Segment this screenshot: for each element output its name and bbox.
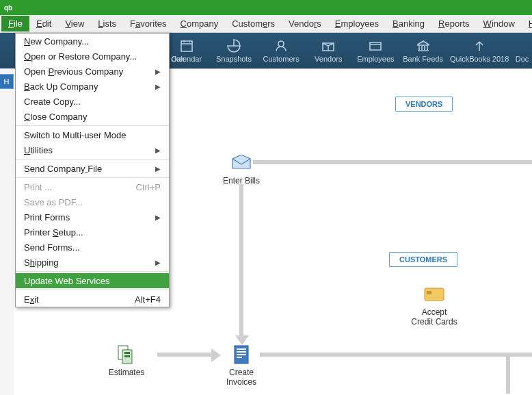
menu-item-label: Send Company File: [24, 164, 102, 174]
menu-company[interactable]: Company: [174, 16, 226, 31]
menu-employees[interactable]: Employees: [328, 16, 386, 31]
menu-item-label: Update Web Services: [24, 276, 110, 286]
toolbar-label: Snapshots: [210, 55, 257, 63]
file-menu-open-previous-company[interactable]: Open Previous Company▶: [16, 64, 169, 79]
menu-lists[interactable]: Lists: [91, 16, 123, 31]
file-menu-exit[interactable]: ExitAlt+F4: [16, 292, 169, 307]
file-menu-send-forms[interactable]: Send Forms...: [16, 240, 169, 255]
menu-item-label: Switch to Multi-user Mode: [24, 130, 127, 140]
submenu-arrow-icon: ▶: [155, 259, 161, 266]
file-menu-save-as-pdf: Save as PDF...: [16, 194, 169, 209]
svg-rect-5: [124, 355, 130, 357]
home-side-tab[interactable]: H: [0, 74, 14, 89]
node-estimates[interactable]: Estimates: [96, 343, 157, 377]
menu-item-label: Print Forms: [24, 212, 70, 222]
node-label: Invoices: [211, 377, 272, 387]
toolbar-label: Doc: [512, 55, 532, 63]
menu-item-label: Printer Setup...: [24, 227, 83, 238]
svg-rect-10: [237, 357, 242, 358]
file-menu-update-web-services[interactable]: Update Web Services: [16, 273, 169, 288]
toolbar-employees[interactable]: Employees: [352, 38, 399, 63]
file-menu-dropdown: New Company...Open or Restore Company...…: [15, 33, 170, 307]
toolbar-customers[interactable]: Customers: [258, 38, 305, 63]
flow-line: [260, 353, 532, 357]
menu-item-label: Exit: [24, 294, 39, 305]
file-menu-switch-to-multi-user-mode[interactable]: Switch to Multi-user Mode: [16, 127, 169, 142]
menu-item-label: Save as PDF...: [24, 197, 83, 207]
file-menu-open-or-restore-company[interactable]: Open or Restore Company...: [16, 49, 169, 64]
qb-logo-icon: [3, 2, 14, 13]
menu-window[interactable]: Window: [477, 16, 522, 31]
menu-vendors[interactable]: Vendors: [282, 16, 328, 31]
submenu-arrow-icon: ▶: [155, 68, 161, 75]
svg-rect-8: [237, 351, 246, 353]
flow-line: [506, 353, 510, 394]
menu-item-label: New Company...: [24, 36, 89, 47]
menu-item-label: Open or Restore Company...: [24, 51, 137, 62]
toolbar-bank-feeds[interactable]: Bank Feeds: [399, 38, 447, 63]
menu-favorites[interactable]: Favorites: [123, 16, 173, 31]
toolbar-label: Employees: [352, 55, 399, 63]
pie-icon: [210, 38, 257, 53]
menu-banking[interactable]: Banking: [386, 16, 431, 31]
box-icon: [305, 38, 352, 53]
submenu-arrow-icon: ▶: [155, 146, 161, 154]
toolbar-label: Customers: [258, 55, 305, 63]
flow-line: [253, 160, 532, 164]
toolbar-label-cut: cker: [171, 55, 185, 63]
menu-help[interactable]: Help: [522, 16, 532, 31]
submenu-arrow-icon: ▶: [155, 214, 161, 221]
shortcut-label: Alt+F4: [135, 294, 161, 305]
customers-pill[interactable]: CUSTOMERS: [389, 252, 457, 267]
toolbar-calendar[interactable]: Calendar: [163, 38, 210, 63]
menu-item-label: Back Up Company: [24, 81, 98, 92]
cut-icon: [512, 38, 532, 53]
node-label: Credit Cards: [403, 317, 465, 327]
node-accept-credit-cards[interactable]: Accept Credit Cards: [403, 283, 465, 327]
node-label: Estimates: [96, 368, 157, 377]
menu-file[interactable]: File: [1, 16, 29, 31]
submenu-arrow-icon: ▶: [155, 165, 161, 173]
toolbar-doc[interactable]: Doc: [512, 38, 532, 63]
arrow-icon: [447, 38, 512, 53]
toolbar-vendors[interactable]: Vendors: [305, 38, 352, 63]
toolbar-snapshots[interactable]: Snapshots: [210, 38, 257, 63]
file-menu-close-company[interactable]: Close Company: [16, 109, 169, 124]
menu-item-label: Shipping: [24, 257, 59, 268]
svg-rect-4: [124, 352, 130, 354]
menu-reports[interactable]: Reports: [431, 16, 477, 31]
file-menu-shipping[interactable]: Shipping▶: [16, 255, 169, 270]
calendar-icon: [163, 38, 210, 53]
menu-edit[interactable]: Edit: [29, 16, 58, 31]
card-icon: [352, 38, 399, 53]
file-menu-utilities[interactable]: Utilities▶: [16, 142, 169, 157]
shortcut-label: Ctrl+P: [136, 182, 161, 192]
menu-bar: FileEditViewListsFavoritesCompanyCustome…: [0, 15, 532, 33]
flow-line: [239, 184, 243, 336]
toolbar-label: Vendors: [305, 55, 352, 63]
menu-view[interactable]: View: [58, 16, 91, 31]
menu-customers[interactable]: Customers: [225, 16, 282, 31]
title-bar: [0, 0, 532, 15]
vendors-pill[interactable]: VENDORS: [395, 97, 453, 112]
node-create-invoices[interactable]: Create Invoices: [211, 343, 272, 387]
credit-card-icon: [403, 283, 465, 306]
file-menu-print-forms[interactable]: Print Forms▶: [16, 209, 169, 225]
file-menu-send-company-file[interactable]: Send Company File▶: [16, 161, 169, 176]
file-menu-printer-setup[interactable]: Printer Setup...: [16, 225, 169, 240]
toolbar-label: Bank Feeds: [399, 55, 447, 63]
svg-rect-9: [237, 354, 246, 355]
file-menu-new-company[interactable]: New Company...: [16, 34, 169, 49]
menu-item-label: Print ...: [24, 182, 52, 192]
file-menu-create-copy[interactable]: Create Copy...: [16, 94, 169, 109]
flow-line: [157, 353, 212, 357]
node-enter-bills[interactable]: Enter Bills: [211, 151, 272, 186]
toolbar-quickbooks-2018[interactable]: QuickBooks 2018: [447, 38, 512, 63]
file-menu-print: Print ...Ctrl+P: [16, 179, 169, 194]
bank-icon: [399, 38, 447, 53]
menu-item-label: Create Copy...: [24, 97, 81, 107]
svg-rect-1: [427, 291, 431, 294]
menu-item-label: Close Company: [24, 112, 88, 122]
file-menu-back-up-company[interactable]: Back Up Company▶: [16, 79, 169, 94]
estimates-icon: [96, 343, 157, 366]
